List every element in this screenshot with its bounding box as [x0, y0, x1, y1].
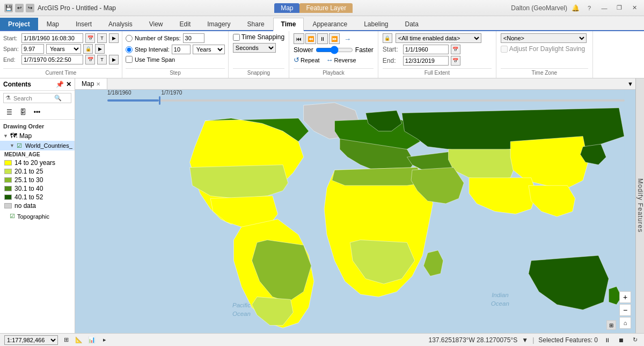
stop-button[interactable]: ⏹ — [616, 335, 626, 345]
tab-imagery[interactable]: Imagery — [199, 18, 238, 30]
snapping-group: Time Snapping Seconds Snapping — [229, 31, 289, 78]
status-separator: | — [532, 336, 534, 344]
redo-icon[interactable]: ↪ — [26, 4, 34, 12]
grid-icon[interactable]: ⊞ — [606, 320, 616, 330]
legend-color-5 — [4, 203, 12, 208]
search-icon[interactable]: 🔍 — [53, 93, 63, 103]
more-icon[interactable]: ••• — [31, 106, 43, 118]
modify-features-panel[interactable]: Modify Features — [635, 78, 644, 333]
chart-icon[interactable]: 📊 — [87, 335, 97, 345]
grid-view-icon[interactable]: ⊞ — [61, 335, 71, 345]
content-area: Contents 📌 ✕ ⚗ 🔍 ☰ 🗄 ••• Drawing Order ▼ — [0, 78, 644, 333]
tab-view[interactable]: View — [141, 18, 171, 30]
restore-button[interactable]: ❐ — [614, 4, 625, 12]
lock-direction-icon[interactable]: 🔒 — [383, 33, 392, 43]
tab-analysis[interactable]: Analysis — [100, 18, 141, 30]
topographic-label: Topographic — [17, 213, 49, 220]
close-button[interactable]: ✕ — [629, 4, 640, 12]
tab-appearance[interactable]: Appearance — [304, 18, 355, 30]
feature-layer-title-tab[interactable]: Feature Layer — [299, 3, 353, 13]
legend-color-0 — [4, 160, 12, 165]
contents-close-icon[interactable]: ✕ — [66, 81, 71, 88]
undo-icon[interactable]: ↩ — [15, 4, 24, 12]
refresh-button[interactable]: ↻ — [630, 335, 640, 345]
topographic-checkbox[interactable]: ☑ — [10, 213, 15, 220]
tab-time[interactable]: Time — [273, 18, 304, 31]
tab-project[interactable]: Project — [0, 18, 38, 30]
end-clock-icon[interactable]: T — [97, 55, 107, 64]
minimize-button[interactable]: — — [599, 4, 610, 12]
num-steps-label: Number of Steps: — [135, 35, 181, 41]
map-container[interactable]: 1/18/1960 1/7/1970 Atlantic Ocean Pacifi… — [75, 90, 635, 333]
map-tab-close[interactable]: ✕ — [96, 81, 100, 87]
help-button[interactable]: ? — [584, 4, 595, 12]
full-end-calendar-icon[interactable]: 📅 — [451, 56, 460, 66]
north-africa — [332, 168, 425, 186]
contents-header-icons: 📌 ✕ — [56, 81, 71, 88]
zoom-out-button[interactable]: − — [619, 304, 631, 316]
start-arrow-icon[interactable]: ▶ — [109, 33, 119, 43]
tab-insert[interactable]: Insert — [68, 18, 100, 30]
full-end-input[interactable] — [403, 56, 449, 66]
repeat-row: ↺ Repeat — [294, 56, 319, 64]
end-arrow-icon[interactable]: ▶ — [109, 55, 119, 64]
tab-labeling[interactable]: Labeling — [356, 18, 396, 30]
pause-button[interactable]: ⏸ — [602, 335, 612, 345]
end-input[interactable] — [21, 55, 83, 64]
map-tab[interactable]: Map ✕ — [75, 78, 107, 89]
snapping-unit-select[interactable]: Seconds — [233, 43, 276, 53]
full-start-calendar-icon[interactable]: 📅 — [451, 45, 460, 54]
start-input[interactable] — [21, 33, 83, 43]
slider-left-label: 1/18/1960 — [107, 90, 131, 96]
play-pause-button[interactable]: ⏸ — [317, 33, 328, 44]
span-arrow-icon[interactable]: ▶ — [95, 44, 105, 54]
num-steps-radio[interactable] — [126, 35, 133, 42]
home-button[interactable]: ⌂ — [619, 317, 631, 329]
world-checkbox[interactable]: ☑ — [17, 142, 22, 149]
map-title-tab[interactable]: Map — [274, 3, 299, 13]
list-view-icon[interactable]: ☰ — [3, 106, 15, 118]
start-calendar-icon[interactable]: 📅 — [85, 33, 95, 43]
start-clock-icon[interactable]: T — [97, 33, 107, 43]
world-countries-layer-item[interactable]: ▼ ☑ World_Countries_ — [0, 141, 75, 150]
zoom-in-button[interactable]: + — [619, 291, 631, 303]
tab-edit[interactable]: Edit — [172, 18, 199, 30]
tab-map[interactable]: Map — [39, 18, 67, 30]
map-layer-item[interactable]: ▼ 🗺 Map — [0, 131, 75, 141]
play-forward-button[interactable]: ⏩ — [329, 33, 340, 44]
time-snapping-row: Time Snapping — [233, 33, 284, 41]
lock-icon[interactable]: 🔒 — [83, 44, 93, 54]
measure-icon[interactable]: 📐 — [74, 335, 84, 345]
legend-item-4: 40.1 to 52 — [4, 193, 70, 201]
speed-slider[interactable] — [316, 46, 353, 54]
full-start-input[interactable] — [403, 45, 449, 54]
end-calendar-icon[interactable]: 📅 — [85, 55, 95, 64]
span-unit-select[interactable]: Years — [46, 44, 81, 54]
play-back-button[interactable]: ⏪ — [305, 33, 316, 44]
time-slider-thumb[interactable] — [159, 96, 160, 105]
scale-select[interactable]: 1:177,982,466 — [4, 335, 58, 345]
use-time-span-checkbox[interactable] — [126, 56, 133, 63]
search-input[interactable] — [12, 94, 53, 103]
time-snapping-checkbox[interactable] — [233, 34, 240, 41]
scroll-down-arrow[interactable]: ▼ — [625, 80, 635, 88]
map-bottom-right-icons: ⊞ — [606, 320, 616, 330]
repeat-reverse-row: ↺ Repeat ↔ Reverse — [294, 56, 374, 64]
pin-icon[interactable]: 📌 — [56, 81, 64, 88]
current-time-fields: Start: 📅 T ▶ Span: Years 🔒 ▶ End: — [3, 33, 119, 67]
play-status-icon[interactable]: ▸ — [100, 335, 109, 345]
topographic-layer-item[interactable]: ☑ Topographic — [0, 212, 75, 221]
num-steps-input[interactable] — [183, 33, 204, 43]
app-title: ArcGIS Pro - Untitled - Map — [38, 4, 116, 12]
table-view-icon[interactable]: 🗄 — [17, 106, 29, 118]
tab-share[interactable]: Share — [239, 18, 273, 30]
tab-data[interactable]: Data — [397, 18, 427, 30]
step-interval-input[interactable] — [172, 45, 191, 54]
direction-select[interactable]: <All time enabled data> — [396, 33, 481, 43]
play-back-start-button[interactable]: ⏮ — [294, 33, 304, 44]
step-interval-radio[interactable] — [126, 46, 133, 53]
timezone-select[interactable]: <None> — [501, 33, 587, 43]
span-input[interactable] — [21, 44, 44, 54]
save-icon[interactable]: 💾 — [4, 4, 13, 12]
step-unit-select[interactable]: Years — [193, 45, 225, 54]
